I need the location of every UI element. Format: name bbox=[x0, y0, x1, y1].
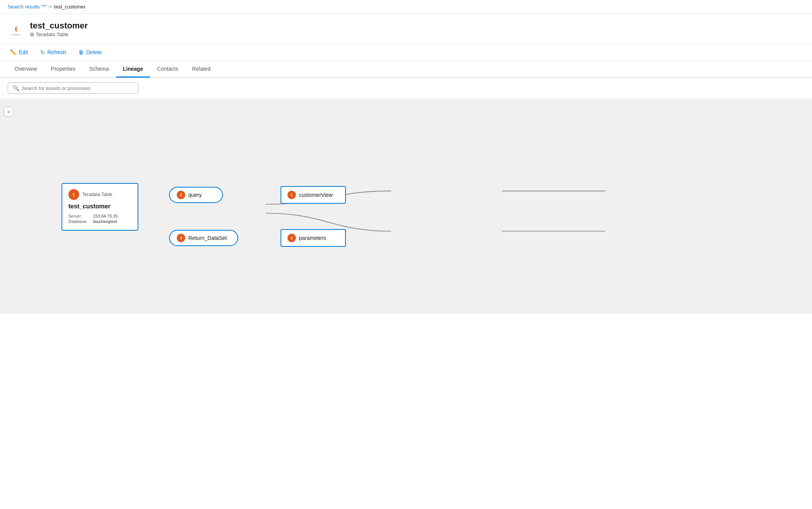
parameters-t-icon: t bbox=[287, 234, 296, 242]
source-node-test-customer[interactable]: t Teradata Table test_customer Server: 1… bbox=[61, 183, 138, 231]
asset-title-block: test_customer ⊞ Teradata Table bbox=[30, 21, 88, 37]
output-node-parameters[interactable]: t parameters bbox=[281, 229, 346, 247]
source-node-type-row: t Teradata Table bbox=[68, 189, 131, 200]
process-node-return-dataset[interactable]: t Return_DataSet bbox=[169, 230, 238, 246]
search-icon: 🔍 bbox=[13, 85, 19, 91]
return-dataset-t-icon: t bbox=[177, 234, 185, 242]
output-node-customerview[interactable]: t customerView bbox=[281, 186, 346, 204]
server-label: Server: bbox=[68, 214, 91, 218]
lineage-search-area: 🔍 bbox=[0, 78, 812, 98]
expand-panel-button[interactable]: » bbox=[4, 107, 13, 116]
return-dataset-label: Return_DataSet bbox=[188, 235, 227, 241]
asset-title: test_customer bbox=[30, 21, 88, 31]
tab-properties[interactable]: Properties bbox=[44, 61, 82, 78]
delete-icon: 🗑 bbox=[78, 49, 84, 55]
tab-contacts[interactable]: Contacts bbox=[150, 61, 185, 78]
query-node-t-icon: t bbox=[177, 191, 185, 199]
tab-related[interactable]: Related bbox=[185, 61, 218, 78]
server-value: 153.64.73.15 bbox=[93, 214, 118, 218]
tab-schema[interactable]: Schema bbox=[82, 61, 116, 78]
breadcrumb: Search results "*" > test_customer bbox=[0, 0, 812, 14]
customerview-label: customerView bbox=[299, 192, 333, 198]
asset-type-label: Teradata Table bbox=[36, 32, 68, 37]
table-icon: ⊞ bbox=[30, 32, 34, 37]
asset-header: t teradata. test_customer ⊞ Teradata Tab… bbox=[0, 14, 812, 44]
parameters-label: parameters bbox=[299, 235, 326, 241]
source-node-name: test_customer bbox=[68, 203, 131, 210]
search-input-wrap: 🔍 bbox=[8, 82, 138, 94]
delete-button[interactable]: 🗑 Delete bbox=[76, 48, 104, 57]
database-value: biazhangtest bbox=[93, 219, 117, 224]
edit-label: Edit bbox=[19, 49, 28, 55]
tab-overview[interactable]: Overview bbox=[8, 61, 44, 78]
tab-lineage[interactable]: Lineage bbox=[116, 61, 150, 78]
tabs: Overview Properties Schema Lineage Conta… bbox=[0, 61, 812, 78]
edit-icon: ✏️ bbox=[10, 49, 17, 55]
breadcrumb-search-link[interactable]: Search results "*" bbox=[8, 4, 46, 10]
breadcrumb-current: test_customer bbox=[54, 4, 86, 10]
breadcrumb-separator: > bbox=[49, 4, 52, 10]
query-node-label: query bbox=[188, 192, 202, 198]
toolbar: ✏️ Edit ↻ Refresh 🗑 Delete bbox=[0, 44, 812, 61]
refresh-button[interactable]: ↻ Refresh bbox=[38, 48, 68, 57]
source-node-meta: Server: 153.64.73.15 Database: biazhangt… bbox=[68, 214, 131, 224]
customerview-t-icon: t bbox=[287, 191, 296, 199]
search-input[interactable] bbox=[22, 85, 133, 91]
source-node-t-icon: t bbox=[68, 189, 79, 200]
process-node-query[interactable]: t query bbox=[169, 187, 223, 203]
asset-subtitle: ⊞ Teradata Table bbox=[30, 32, 88, 37]
edit-button[interactable]: ✏️ Edit bbox=[8, 48, 30, 57]
refresh-icon: ↻ bbox=[40, 49, 45, 55]
svg-text:teradata.: teradata. bbox=[12, 33, 21, 36]
delete-label: Delete bbox=[86, 49, 101, 55]
refresh-label: Refresh bbox=[47, 49, 66, 55]
source-node-type: Teradata Table bbox=[82, 192, 113, 197]
asset-logo: t teradata. bbox=[8, 20, 25, 38]
lineage-canvas: » t Teradata Table test_customer Server:… bbox=[0, 98, 812, 314]
svg-text:t: t bbox=[15, 24, 18, 33]
database-label: Database: bbox=[68, 219, 91, 224]
